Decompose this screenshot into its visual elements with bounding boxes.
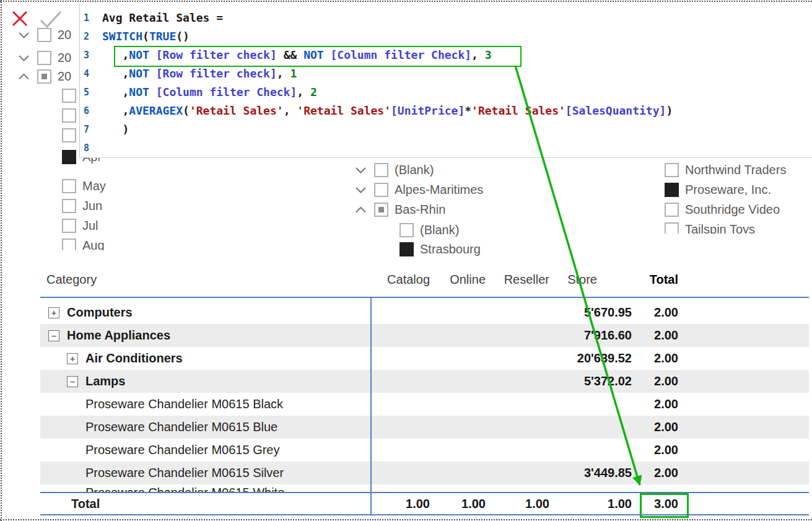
expand-icon[interactable]: +: [67, 353, 78, 364]
cell-total: 2.00: [632, 397, 684, 411]
slicer-item[interactable]: Alpes-Maritimes: [353, 182, 483, 197]
total-row-label: Total: [40, 497, 370, 511]
code-token: TRUE: [149, 30, 176, 43]
expand-icon[interactable]: +: [48, 307, 59, 318]
collapse-icon[interactable]: −: [67, 376, 78, 387]
slicer-item-label[interactable]: Strasbourg: [420, 242, 481, 256]
code-token: &&: [277, 48, 303, 61]
slicer-item[interactable]: (Blank): [399, 222, 459, 237]
column-header-category[interactable]: Category: [40, 273, 370, 287]
cell-total: 2.00: [632, 443, 684, 457]
matrix-row[interactable]: +Computers5'670.952.00: [40, 301, 809, 324]
code-text[interactable]: ): [98, 120, 129, 139]
matrix-column-headers: Category Catalog Online Reseller Store T…: [40, 266, 809, 292]
code-token: [SalesQuantity]: [565, 104, 666, 117]
code-line[interactable]: 7 ): [80, 120, 812, 139]
matrix-row[interactable]: −Lamps5'372.022.00: [40, 370, 809, 393]
checkbox[interactable]: [399, 223, 414, 237]
slicer-item-label[interactable]: Bas-Rhin: [395, 203, 445, 217]
checkbox[interactable]: [374, 183, 388, 197]
code-token: (: [183, 104, 190, 117]
cell-reseller: 1.00: [486, 497, 549, 511]
code-token: [Column filter Check]: [156, 85, 297, 99]
slicer-item[interactable]: (Blank): [353, 162, 434, 177]
column-header-total[interactable]: Total: [632, 273, 684, 287]
partial-fill-mark: [378, 207, 384, 212]
code-token: 3: [485, 48, 492, 61]
line-number: 4: [80, 64, 98, 83]
code-text[interactable]: ,NOT [Row filter check] && NOT [Column f…: [98, 46, 492, 64]
cell-total: 2.00: [632, 328, 684, 343]
checkbox-partial[interactable]: [374, 203, 388, 217]
column-header-reseller[interactable]: Reseller: [486, 273, 549, 287]
matrix-row[interactable]: −Home Appliances7'916.602.00: [40, 324, 809, 347]
checkbox[interactable]: [665, 163, 679, 177]
matrix-total-row[interactable]: Total1.001.001.001.003.00: [40, 494, 809, 514]
code-line[interactable]: 1Avg Retail Sales =: [80, 9, 812, 27]
matrix-row-label: Proseware Chandelier M0615 Silver: [40, 466, 370, 480]
matrix-row-label: −Home Appliances: [40, 328, 370, 343]
code-line[interactable]: 5 ,NOT [Column filter Check], 2: [80, 83, 812, 102]
slicer-item-label[interactable]: (Blank): [420, 223, 459, 237]
checkbox-checked[interactable]: [665, 183, 679, 197]
code-token: ): [666, 104, 673, 117]
slicer-item[interactable]: Southridge Video: [665, 202, 780, 217]
column-header-store[interactable]: Store: [549, 273, 632, 287]
code-text[interactable]: ,NOT [Column filter Check], 2: [98, 83, 317, 102]
code-line[interactable]: 4 ,NOT [Row filter check], 1: [80, 64, 812, 83]
code-line[interactable]: 2SWITCH(TRUE(): [80, 27, 812, 46]
chevron-down-icon[interactable]: [353, 184, 368, 195]
code-token: NOT: [303, 48, 324, 61]
matrix-row-label: Proseware Chandelier M0615 Black: [40, 397, 370, 411]
code-text[interactable]: Avg Retail Sales =: [98, 9, 223, 27]
code-token: NOT: [129, 67, 149, 80]
checkbox[interactable]: [665, 222, 679, 234]
code-token: ,: [102, 104, 129, 117]
slicer-item-label[interactable]: Northwind Traders: [685, 163, 786, 177]
column-header-online[interactable]: Online: [430, 273, 486, 287]
formula-cancel-button[interactable]: [9, 7, 32, 31]
cell-total: 2.00: [632, 420, 684, 434]
slicer-item[interactable]: Tailspin Toys: [665, 222, 755, 234]
matrix-row[interactable]: +Air Conditioners20'639.522.00: [40, 347, 809, 370]
matrix-row[interactable]: Proseware Chandelier M0615 Black2.00: [40, 393, 809, 416]
code-text[interactable]: ,NOT [Row filter check], 1: [98, 64, 297, 83]
checkbox-checked[interactable]: [399, 242, 414, 256]
code-line[interactable]: 3 ,NOT [Row filter check] && NOT [Column…: [80, 46, 812, 64]
slicer-item-label[interactable]: Proseware, Inc.: [685, 183, 771, 197]
cell-catalog: 1.00: [370, 497, 430, 511]
code-token: [149, 67, 156, 80]
checkbox[interactable]: [665, 203, 679, 217]
checkbox[interactable]: [374, 163, 388, 177]
collapse-icon[interactable]: −: [48, 330, 59, 341]
matrix-row-label: −Lamps: [40, 374, 370, 388]
code-text[interactable]: SWITCH(TRUE(): [98, 27, 190, 46]
formula-accept-button[interactable]: [36, 7, 59, 31]
line-number: 2: [80, 27, 98, 46]
slicer-item[interactable]: Northwind Traders: [665, 162, 786, 177]
slicer-item-label[interactable]: Tailspin Toys: [685, 222, 755, 234]
slicer-item-label[interactable]: (Blank): [395, 163, 434, 177]
line-number: 1: [80, 9, 98, 27]
slicer-item[interactable]: Strasbourg: [399, 242, 481, 256]
check-mark-icon: [36, 22, 63, 33]
code-line[interactable]: 8: [80, 139, 812, 157]
matrix-row[interactable]: Proseware Chandelier M0615 Grey2.00: [40, 439, 809, 462]
chevron-up-icon[interactable]: [353, 204, 368, 215]
dax-formula-editor[interactable]: 1Avg Retail Sales =2SWITCH(TRUE()3 ,NOT …: [79, 4, 812, 158]
code-line[interactable]: 6 ,AVERAGEX('Retail Sales', 'Retail Sale…: [80, 102, 812, 120]
cell-store: 20'639.52: [549, 351, 632, 366]
column-header-catalog[interactable]: Catalog: [370, 273, 430, 287]
code-text[interactable]: [98, 139, 102, 157]
slicer-item-label[interactable]: Alpes-Maritimes: [395, 183, 483, 197]
slicer-item-label[interactable]: Southridge Video: [685, 203, 780, 217]
slicer-item[interactable]: Bas-Rhin: [353, 202, 445, 217]
slicer-item[interactable]: Proseware, Inc.: [665, 182, 771, 197]
code-token: [Row filter check]: [156, 67, 277, 80]
code-text[interactable]: ,AVERAGEX('Retail Sales', 'Retail Sales'…: [98, 102, 673, 120]
matrix-row[interactable]: Proseware Chandelier M0615 Blue2.00: [40, 416, 809, 439]
category-label: Air Conditioners: [85, 351, 183, 366]
matrix-row[interactable]: Proseware Chandelier M0615 Silver3'449.8…: [40, 462, 809, 484]
chevron-down-icon[interactable]: [353, 164, 368, 175]
cell-total: 2.00: [632, 305, 684, 320]
